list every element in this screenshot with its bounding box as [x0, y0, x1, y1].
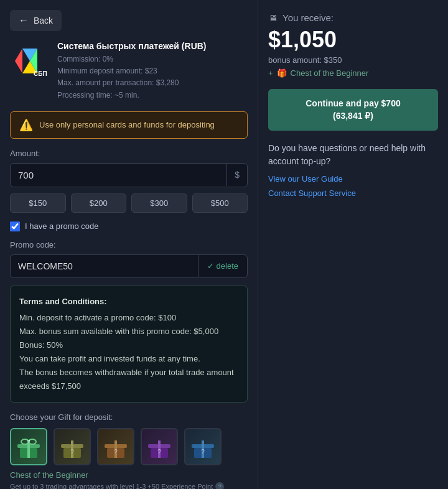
terms-line-3: Bonus: 50% — [19, 338, 238, 352]
chest-bonus-name: Chest of the Beginner — [291, 68, 369, 78]
receive-amount: $1,050 — [268, 27, 438, 53]
gift-section-label: Choose your Gift for deposit: — [10, 412, 248, 422]
terms-title: Terms and Conditions: — [19, 295, 238, 309]
receive-label: You receive: — [282, 12, 334, 23]
chest-desc-text: Get up to 3 trading advantages with leve… — [10, 483, 213, 489]
promo-checkbox[interactable] — [10, 221, 20, 231]
max-amount: Max. amount per transaction: $3,280 — [57, 77, 207, 89]
terms-line-4: You can take profit and invested funds a… — [19, 352, 238, 366]
processing-time: Processing time: ~5 min. — [57, 90, 207, 101]
payment-info: Система быстрых платежей (RUB) Commissio… — [57, 41, 207, 101]
svg-text:?: ? — [70, 449, 74, 455]
amount-label: Amount: — [10, 149, 248, 158]
receive-header: 🖥 You receive: — [268, 12, 438, 23]
svg-text:?: ? — [114, 449, 118, 455]
chest-desc: Get up to 3 trading advantages with leve… — [10, 482, 248, 489]
delete-label: delete — [217, 261, 238, 271]
svg-text:СБП: СБП — [34, 70, 47, 77]
preset-150[interactable]: $150 — [10, 193, 66, 213]
chest-bonus-row: + 🎁 Chest of the Beginner — [268, 68, 438, 78]
payment-name: Система быстрых платежей (RUB) — [57, 41, 207, 51]
continue-pay-button[interactable]: Continue and pay $700 (63,841 ₽) — [268, 89, 438, 131]
right-panel: 🖥 You receive: $1,050 bonus amount: $350… — [258, 0, 448, 489]
chest-icon-right: 🎁 — [277, 68, 287, 78]
promo-check-row: I have a promo code — [10, 221, 248, 231]
promo-label: Promo code: — [10, 240, 248, 249]
back-arrow-icon: ← — [19, 15, 29, 26]
warning-banner: ⚠️ Use only personal cards and funds for… — [10, 111, 248, 139]
back-label: Back — [34, 16, 53, 26]
promo-input-wrapper: ✓ delete — [10, 254, 248, 278]
chest-name: Chest of the Beginner — [10, 470, 248, 480]
amount-input-wrapper: $ — [10, 163, 248, 187]
gift-item-2[interactable]: ? — [54, 428, 91, 465]
help-title: Do you have questions or need help with … — [268, 142, 438, 168]
check-icon: ✓ — [207, 261, 214, 271]
gift-items: ? ? ? ? — [10, 428, 248, 465]
preset-500[interactable]: $500 — [192, 193, 248, 213]
left-panel: ← Back СБП Система быстрых платежей (RUB… — [0, 0, 258, 489]
gift-item-4[interactable]: ? — [141, 428, 178, 465]
promo-input[interactable] — [11, 255, 198, 277]
payment-header: СБП Система быстрых платежей (RUB) Commi… — [10, 41, 248, 101]
warning-text: Use only personal cards and funds for de… — [39, 120, 215, 129]
support-link[interactable]: Contact Support Service — [268, 189, 438, 198]
gift-item-5[interactable]: ? — [184, 428, 222, 465]
terms-box: Terms and Conditions: Min. deposit to ac… — [10, 286, 248, 403]
promo-delete-button[interactable]: ✓ delete — [198, 255, 247, 277]
sbp-logo: СБП — [10, 41, 50, 81]
currency-symbol: $ — [226, 164, 247, 186]
monitor-icon: 🖥 — [268, 12, 278, 23]
gift-item-1[interactable]: ? — [10, 428, 47, 465]
terms-line-5: The bonus becomes withdrawable if your t… — [19, 366, 238, 393]
svg-text:?: ? — [27, 439, 30, 444]
continue-line2: (63,841 ₽) — [277, 110, 429, 123]
info-icon: ? — [215, 482, 224, 489]
preset-amounts: $150 $200 $300 $500 — [10, 193, 248, 213]
warning-icon: ⚠️ — [19, 118, 33, 132]
svg-text:?: ? — [157, 449, 161, 455]
promo-checkbox-label: I have a promo code — [25, 221, 99, 231]
preset-200[interactable]: $200 — [71, 193, 127, 213]
gift-item-3[interactable]: ? — [97, 428, 134, 465]
min-deposit: Minimum deposit amount: $23 — [57, 65, 207, 77]
user-guide-link[interactable]: View our User Guide — [268, 174, 438, 184]
back-button[interactable]: ← Back — [10, 10, 62, 31]
terms-line-1: Min. deposit to activate a promo code: $… — [19, 311, 238, 325]
svg-text:?: ? — [201, 449, 205, 455]
bonus-amount: bonus amount: $350 — [268, 55, 438, 65]
amount-input[interactable] — [11, 164, 226, 187]
preset-300[interactable]: $300 — [131, 193, 187, 213]
continue-line1: Continue and pay $700 — [277, 98, 429, 110]
commission: Commission: 0% — [57, 54, 207, 65]
plus-sign: + — [268, 68, 273, 78]
terms-line-2: Max. bonus sum available with this promo… — [19, 325, 238, 338]
